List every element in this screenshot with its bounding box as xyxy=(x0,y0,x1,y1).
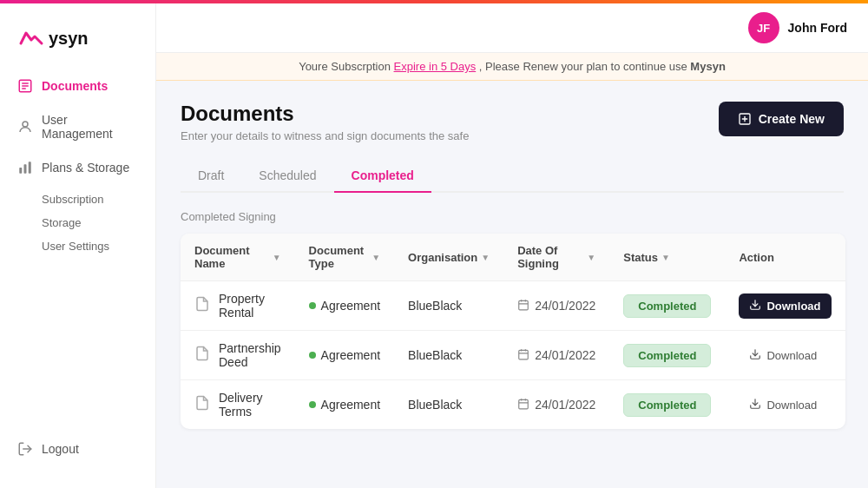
page-title: Documents xyxy=(181,102,469,126)
content-area: JF John Ford Youre Subscrption Expire in… xyxy=(156,3,868,488)
date-text-0: 24/01/2022 xyxy=(535,299,595,313)
status-badge-0: Completed xyxy=(623,294,711,318)
date-text-1: 24/01/2022 xyxy=(535,348,595,362)
table-row: Delivery Terms Agreement BlueBlack xyxy=(181,380,845,430)
org-text-0: BlueBlack xyxy=(408,299,462,313)
download-icon-0 xyxy=(749,299,761,313)
svg-rect-7 xyxy=(29,162,31,174)
cell-status-2: Completed xyxy=(609,380,725,430)
banner-brand: Mysyn xyxy=(690,60,725,73)
subscription-banner: Youre Subscrption Expire in 5 Days , Ple… xyxy=(156,53,868,81)
sidebar-bottom: Logout xyxy=(0,424,155,474)
user-info[interactable]: JF John Ford xyxy=(748,12,847,43)
svg-rect-22 xyxy=(519,399,529,409)
org-text-2: BlueBlack xyxy=(408,398,462,412)
cell-status-1: Completed xyxy=(609,331,725,380)
green-dot-1 xyxy=(309,352,316,359)
page-subtitle: Enter your details to witness and sign d… xyxy=(181,129,469,142)
doc-name-text-2: Delivery Terms xyxy=(219,391,281,419)
sidebar: ysyn Documents User Management xyxy=(0,3,156,488)
table-body: Property Rental Agreement BlueBlack xyxy=(181,281,845,430)
sidebar-item-logout[interactable]: Logout xyxy=(0,432,155,465)
cell-doc-type-0: Agreement xyxy=(295,281,394,331)
nav-items: Documents User Management Plans & Storag… xyxy=(0,69,155,424)
doc-type-text-1: Agreement xyxy=(321,348,380,362)
sort-icon-date: ▼ xyxy=(587,253,595,262)
sidebar-item-user-management-label: User Management xyxy=(42,113,138,141)
file-icon-2 xyxy=(194,394,210,415)
logout-icon xyxy=(17,441,33,457)
download-button-2[interactable]: Download xyxy=(739,392,827,418)
user-management-icon xyxy=(17,119,33,135)
cell-organisation-2: BlueBlack xyxy=(394,380,503,430)
download-label-2: Download xyxy=(766,399,817,412)
header: JF John Ford xyxy=(156,3,868,53)
calendar-icon-1 xyxy=(517,348,529,363)
cell-status-0: Completed xyxy=(609,281,725,331)
sub-nav-user-settings[interactable]: User Settings xyxy=(42,234,155,258)
create-new-button[interactable]: Create New xyxy=(719,102,844,136)
status-badge-1: Completed xyxy=(623,344,711,367)
table-row: Property Rental Agreement BlueBlack xyxy=(181,281,845,331)
user-name: John Ford xyxy=(788,21,847,35)
download-label-1: Download xyxy=(766,349,817,362)
sidebar-item-user-management[interactable]: User Management xyxy=(0,104,155,149)
banner-suffix: , Please Renew your plan to continue use xyxy=(479,60,691,73)
tab-completed[interactable]: Completed xyxy=(334,160,431,193)
file-icon-1 xyxy=(194,345,210,366)
doc-name-text-1: Partnership Deed xyxy=(219,341,281,369)
cell-organisation-0: BlueBlack xyxy=(394,281,503,331)
cell-date-2: 24/01/2022 xyxy=(503,380,609,430)
calendar-icon-2 xyxy=(517,398,529,412)
sidebar-item-logout-label: Logout xyxy=(42,442,79,456)
sub-nav: Subscription Storage User Settings xyxy=(42,188,155,258)
calendar-icon-0 xyxy=(517,299,529,313)
table-row: Partnership Deed Agreement BlueBlack xyxy=(181,331,845,380)
avatar: JF xyxy=(748,12,779,43)
table-header: Document Name ▼ Document Type ▼ xyxy=(181,234,845,281)
cell-doc-type-1: Agreement xyxy=(295,331,394,380)
cell-doc-name-1: Partnership Deed xyxy=(181,331,295,380)
documents-icon xyxy=(17,78,33,94)
cell-doc-name-0: Property Rental xyxy=(181,281,295,331)
sidebar-item-plans-storage[interactable]: Plans & Storage xyxy=(0,151,155,184)
download-icon-2 xyxy=(749,398,761,412)
page-title-area: Documents Enter your details to witness … xyxy=(181,102,469,142)
col-header-date-of-signing: Date Of Signing ▼ xyxy=(503,234,609,281)
page-content: Documents Enter your details to witness … xyxy=(156,81,868,488)
logo-icon xyxy=(17,24,45,52)
banner-expire-link[interactable]: Expire in 5 Days xyxy=(394,60,477,73)
cell-action-1: Download xyxy=(725,331,845,380)
plans-storage-icon xyxy=(17,160,33,175)
create-new-label: Create New xyxy=(759,112,825,126)
doc-type-text-2: Agreement xyxy=(321,398,380,412)
sidebar-item-documents[interactable]: Documents xyxy=(0,69,155,102)
logo-text: ysyn xyxy=(49,29,89,49)
download-label-0: Download xyxy=(766,300,820,313)
svg-rect-5 xyxy=(19,168,22,174)
tab-scheduled[interactable]: Scheduled xyxy=(241,160,333,193)
cell-date-0: 24/01/2022 xyxy=(503,281,609,331)
svg-rect-12 xyxy=(519,300,529,310)
col-header-document-type: Document Type ▼ xyxy=(295,234,394,281)
col-header-organisation: Organisation ▼ xyxy=(394,234,503,281)
cell-action-2: Download xyxy=(725,380,845,430)
logo: ysyn xyxy=(0,17,155,69)
sort-icon-org: ▼ xyxy=(481,253,490,262)
sub-nav-subscription[interactable]: Subscription xyxy=(42,188,155,211)
sort-icon-name: ▼ xyxy=(273,253,281,262)
sub-nav-storage[interactable]: Storage xyxy=(42,211,155,234)
cell-doc-name-2: Delivery Terms xyxy=(181,380,295,430)
svg-rect-6 xyxy=(24,164,27,174)
tab-draft[interactable]: Draft xyxy=(181,160,241,193)
file-icon-0 xyxy=(194,295,210,316)
green-dot-0 xyxy=(309,302,316,309)
svg-rect-17 xyxy=(519,350,529,359)
sidebar-item-documents-label: Documents xyxy=(42,79,108,93)
sort-icon-type: ▼ xyxy=(372,253,380,262)
cell-doc-type-2: Agreement xyxy=(295,380,394,430)
cell-date-1: 24/01/2022 xyxy=(503,331,609,380)
download-button-1[interactable]: Download xyxy=(739,343,827,368)
cell-organisation-1: BlueBlack xyxy=(394,331,503,380)
download-button-0[interactable]: Download xyxy=(739,293,831,319)
